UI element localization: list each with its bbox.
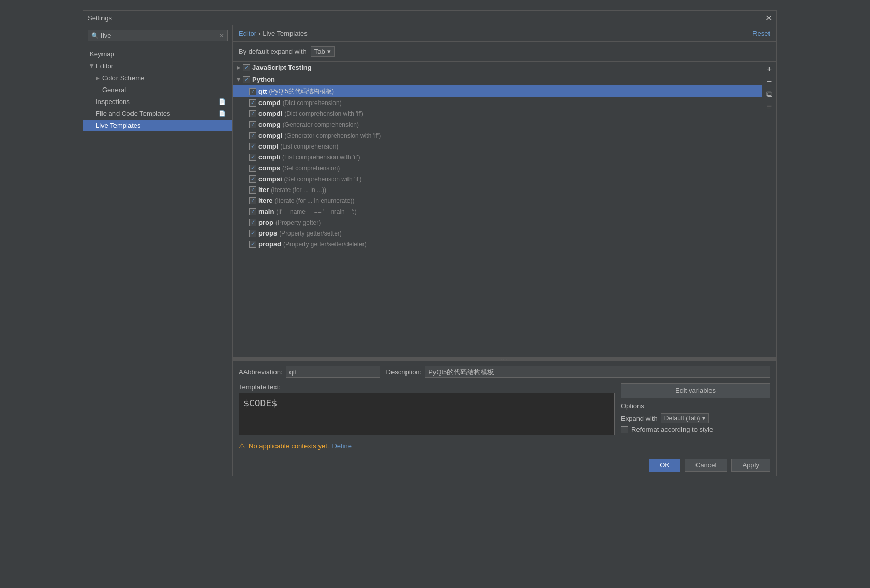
expand-with-select[interactable]: Default (Tab) ▾: [661, 413, 709, 423]
js-testing-checkbox[interactable]: [243, 64, 250, 71]
expand-with-label: Expand with: [621, 415, 658, 422]
template-main[interactable]: main (if __name__ == '__main__':): [233, 206, 762, 217]
remove-button[interactable]: −: [764, 76, 775, 87]
compd-abbrev: compd: [258, 99, 281, 107]
template-comps[interactable]: comps (Set comprehension): [233, 163, 762, 173]
copy-button[interactable]: ⧉: [764, 89, 775, 100]
edit-variables-button[interactable]: Edit variables: [621, 383, 770, 398]
template-props[interactable]: props (Property getter/setter): [233, 228, 762, 239]
expand-with-row: Expand with Default (Tab) ▾: [621, 413, 770, 423]
define-link[interactable]: Define: [332, 442, 352, 450]
template-text-area[interactable]: $CODE$: [239, 393, 615, 435]
main-abbrev: main: [258, 208, 274, 215]
prop-desc: (Property getter): [276, 219, 321, 226]
group-python-header[interactable]: ▶ Python: [233, 74, 762, 85]
editor-right-panel: Edit variables Options Expand with Defau…: [615, 383, 770, 435]
compg-checkbox[interactable]: [249, 121, 256, 128]
compli-abbrev: compli: [258, 153, 280, 161]
color-scheme-label: Color Scheme: [102, 74, 144, 82]
iter-abbrev: iter: [258, 186, 269, 194]
search-clear-button[interactable]: ✕: [219, 32, 224, 39]
editor-bottom: AAbbreviation: qtt Description: PyQt5的代码…: [233, 360, 776, 454]
breadcrumb-separator: ›: [258, 30, 260, 37]
compl-desc: (List comprehension): [280, 143, 338, 150]
cancel-button[interactable]: Cancel: [685, 459, 727, 472]
expand-select[interactable]: Tab ▾: [311, 46, 335, 57]
qtt-checkbox[interactable]: [249, 88, 256, 95]
compl-checkbox[interactable]: [249, 143, 256, 150]
sidebar-item-file-code-templates[interactable]: File and Code Templates 📄: [83, 108, 232, 120]
template-propsd[interactable]: propsd (Property getter/setter/deleter): [233, 239, 762, 249]
compl-abbrev: compl: [258, 142, 278, 150]
template-prop[interactable]: prop (Property getter): [233, 217, 762, 228]
template-qtt[interactable]: qtt (PyQt5的代码结构模板): [233, 85, 762, 97]
iter-checkbox[interactable]: [249, 186, 256, 194]
sidebar-item-keymap[interactable]: Keymap: [83, 48, 232, 60]
compg-abbrev: compg: [258, 121, 281, 128]
apply-button[interactable]: Apply: [731, 459, 770, 472]
description-group: Description: PyQt5的代码结构模板: [386, 366, 770, 378]
compli-checkbox[interactable]: [249, 154, 256, 161]
warning-text: No applicable contexts yet.: [249, 442, 329, 450]
main-checkbox[interactable]: [249, 208, 256, 215]
sidebar-item-color-scheme[interactable]: ▶ Color Scheme: [83, 72, 232, 84]
template-compl[interactable]: compl (List comprehension): [233, 141, 762, 152]
options-section: Options Expand with Default (Tab) ▾: [621, 402, 770, 435]
reset-link[interactable]: Reset: [752, 30, 770, 37]
template-compgi[interactable]: compgi (Generator comprehension with 'if…: [233, 130, 762, 141]
template-itere[interactable]: itere (Iterate (for ... in enumerate)): [233, 195, 762, 206]
comps-checkbox[interactable]: [249, 165, 256, 172]
template-compd[interactable]: compd (Dict comprehension): [233, 97, 762, 108]
reformat-label: Reformat according to style: [631, 425, 713, 433]
compdi-abbrev: compdi: [258, 110, 282, 117]
breadcrumb-path: Editor › Live Templates: [239, 30, 308, 37]
expand-with-chevron-icon: ▾: [702, 415, 705, 422]
propsd-abbrev: propsd: [258, 240, 281, 248]
reformat-checkbox[interactable]: [621, 426, 628, 433]
breadcrumb-editor[interactable]: Editor: [239, 30, 256, 37]
js-testing-label: JavaScript Testing: [252, 64, 312, 71]
compli-desc: (List comprehension with 'if'): [282, 154, 360, 161]
python-checkbox[interactable]: [243, 76, 250, 83]
props-checkbox[interactable]: [249, 230, 256, 237]
search-input[interactable]: live: [101, 32, 219, 39]
add-button[interactable]: +: [764, 64, 775, 75]
titlebar: Settings ✕: [83, 11, 776, 25]
templates-panel: ▶ JavaScript Testing ▶ Python: [233, 62, 776, 357]
sidebar-item-general[interactable]: General: [83, 84, 232, 96]
prop-abbrev: prop: [258, 218, 273, 226]
template-compsi[interactable]: compsi (Set comprehension with 'if'): [233, 173, 762, 184]
compdi-checkbox[interactable]: [249, 110, 256, 117]
itere-abbrev: itere: [258, 197, 272, 204]
options-title: Options: [621, 402, 770, 410]
template-compdi[interactable]: compdi (Dict comprehension with 'if'): [233, 108, 762, 119]
template-compg[interactable]: compg (Generator comprehension): [233, 119, 762, 130]
group-javascript-testing-header[interactable]: ▶ JavaScript Testing: [233, 62, 762, 74]
description-input[interactable]: PyQt5的代码结构模板: [425, 366, 770, 378]
sidebar-item-live-templates[interactable]: Live Templates: [83, 120, 232, 131]
live-templates-label: Live Templates: [96, 122, 140, 129]
propsd-checkbox[interactable]: [249, 241, 256, 248]
context-warning: ⚠ No applicable contexts yet. Define: [233, 439, 776, 454]
compg-desc: (Generator comprehension): [283, 121, 359, 128]
compsi-desc: (Set comprehension with 'if'): [284, 175, 362, 183]
compgi-checkbox[interactable]: [249, 132, 256, 139]
prop-checkbox[interactable]: [249, 219, 256, 226]
window-title: Settings: [88, 14, 112, 22]
sidebar-item-editor[interactable]: ▶ Editor: [83, 60, 232, 72]
general-label: General: [102, 86, 126, 94]
editor-label: Editor: [96, 62, 113, 70]
main-desc: (if __name__ == '__main__':): [276, 208, 356, 215]
compd-checkbox[interactable]: [249, 99, 256, 107]
abbreviation-input[interactable]: qtt: [286, 366, 380, 378]
itere-checkbox[interactable]: [249, 197, 256, 204]
close-button[interactable]: ✕: [765, 13, 772, 23]
sidebar-item-inspections[interactable]: Inspections 📄: [83, 96, 232, 108]
ok-button[interactable]: OK: [649, 459, 680, 472]
template-compli[interactable]: compli (List comprehension with 'if'): [233, 152, 762, 163]
compsi-checkbox[interactable]: [249, 175, 256, 183]
search-field-wrapper: 🔍 live ✕: [88, 30, 228, 41]
template-iter[interactable]: iter (Iterate (for ... in ...)): [233, 184, 762, 195]
dialog-buttons: OK Cancel Apply: [233, 454, 776, 476]
reformat-row: Reformat according to style: [621, 425, 770, 433]
